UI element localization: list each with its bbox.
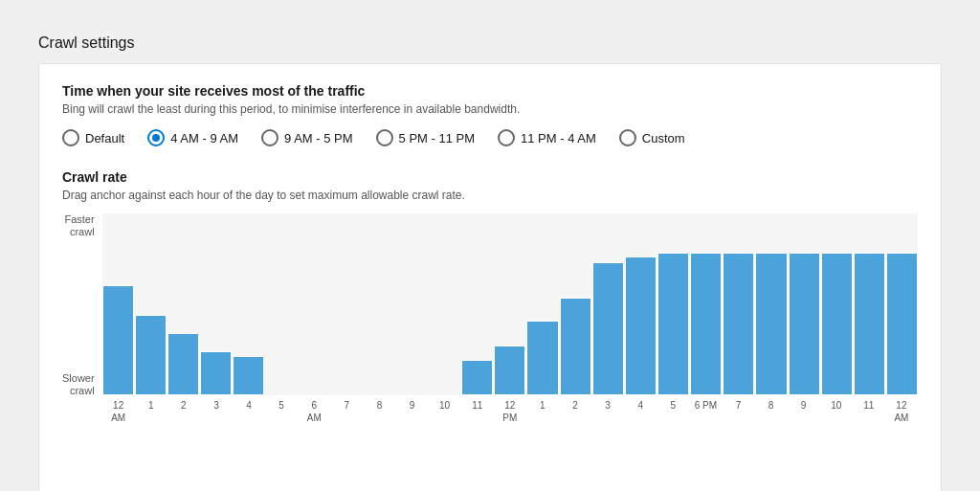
bar-column[interactable] <box>560 217 591 395</box>
bar-fill <box>102 285 134 395</box>
bar-column[interactable] <box>821 217 853 395</box>
x-label: 12AM <box>102 399 135 424</box>
y-label-top: Fastercrawl <box>62 213 95 238</box>
radio-circle-4am-9am <box>147 129 165 146</box>
radio-label-11pm-4am: 11 PM - 4 AM <box>521 131 596 145</box>
crawl-rate-desc: Drag anchor against each hour of the day… <box>62 189 918 202</box>
x-label: 4 <box>624 399 657 424</box>
radio-item-11pm-4am[interactable]: 11 PM - 4 AM <box>498 129 596 146</box>
radio-circle-default <box>62 129 79 146</box>
bar-fill <box>135 315 167 395</box>
x-label: 12PM <box>494 399 526 424</box>
bar-column[interactable] <box>494 217 525 395</box>
bar-column[interactable] <box>167 217 199 395</box>
bar-column[interactable] <box>723 217 754 395</box>
bars-area <box>102 213 918 395</box>
bar-column[interactable] <box>265 217 297 395</box>
x-label: 7 <box>330 399 363 424</box>
x-label: 2 <box>559 399 591 424</box>
x-label: 4 <box>233 399 265 424</box>
bar-fill <box>560 298 591 395</box>
radio-label-9am-5pm: 9 AM - 5 PM <box>284 131 353 145</box>
traffic-section-title: Time when your site receives most of the… <box>62 83 918 99</box>
x-label: 6 PM <box>689 399 722 424</box>
radio-item-5pm-11pm[interactable]: 5 PM - 11 PM <box>376 129 475 146</box>
bar-fill <box>886 253 918 395</box>
bar-column[interactable] <box>625 217 657 395</box>
bar-column[interactable] <box>690 217 722 395</box>
x-label: 3 <box>591 399 624 424</box>
bar-fill <box>200 351 232 396</box>
x-label: 8 <box>363 399 395 424</box>
chart-right: 12AM123456AM789101112PM123456 PM78910111… <box>102 213 918 424</box>
main-card: Time when your site receives most of the… <box>38 63 942 491</box>
bar-column[interactable] <box>364 217 395 395</box>
bar-fill <box>657 253 689 395</box>
radio-circle-custom <box>619 129 636 146</box>
radio-label-4am-9am: 4 AM - 9 AM <box>170 131 238 145</box>
x-label: 5 <box>265 399 298 424</box>
bar-fill <box>526 321 558 395</box>
bar-column[interactable] <box>233 217 264 395</box>
radio-label-5pm-11pm: 5 PM - 11 PM <box>399 131 475 145</box>
radio-circle-5pm-11pm <box>376 129 393 146</box>
y-axis: Fastercrawl Slowercrawl <box>62 213 95 424</box>
bar-fill <box>789 253 820 395</box>
x-label: 9 <box>395 399 428 424</box>
radio-group: Default4 AM - 9 AM9 AM - 5 PM5 PM - 11 P… <box>62 129 918 146</box>
x-label: 1 <box>526 399 559 424</box>
bar-column[interactable] <box>331 217 363 395</box>
bar-column[interactable] <box>102 217 134 395</box>
bar-column[interactable] <box>789 217 820 395</box>
page-container: Crawl settings Time when your site recei… <box>19 19 961 491</box>
bar-column[interactable] <box>396 217 428 395</box>
x-label: 9 <box>788 399 820 424</box>
bar-column[interactable] <box>298 217 329 395</box>
chart-container: Fastercrawl Slowercrawl 12AM123456AM7891… <box>62 213 918 424</box>
x-label: 3 <box>200 399 233 424</box>
bar-column[interactable] <box>657 217 689 395</box>
x-label: 11 <box>461 399 494 424</box>
bar-fill <box>723 253 754 395</box>
radio-item-4am-9am[interactable]: 4 AM - 9 AM <box>147 129 238 146</box>
radio-item-custom[interactable]: Custom <box>619 129 685 146</box>
traffic-section-desc: Bing will crawl the least during this pe… <box>62 102 918 116</box>
radio-circle-11pm-4am <box>498 129 515 146</box>
bar-column[interactable] <box>200 217 232 395</box>
radio-item-9am-5pm[interactable]: 9 AM - 5 PM <box>261 129 353 146</box>
bar-fill <box>854 253 885 395</box>
bar-column[interactable] <box>854 217 885 395</box>
bar-fill <box>755 253 787 395</box>
x-label: 10 <box>820 399 853 424</box>
x-label: 12AM <box>885 399 918 424</box>
bar-column[interactable] <box>592 217 624 395</box>
x-label: 10 <box>429 399 461 424</box>
bar-column[interactable] <box>461 217 493 395</box>
x-label: 5 <box>657 399 689 424</box>
bar-column[interactable] <box>135 217 167 395</box>
radio-item-default[interactable]: Default <box>62 129 124 146</box>
x-label: 11 <box>853 399 885 424</box>
x-label: 2 <box>167 399 200 424</box>
bar-fill <box>821 253 853 395</box>
bar-column[interactable] <box>526 217 558 395</box>
x-label: 1 <box>135 399 167 424</box>
page-title: Crawl settings <box>38 34 942 52</box>
bar-fill <box>167 333 199 395</box>
radio-circle-9am-5pm <box>261 129 278 146</box>
bar-fill <box>233 356 264 395</box>
crawl-rate-section: Crawl rate Drag anchor against each hour… <box>62 169 918 424</box>
crawl-rate-title: Crawl rate <box>62 169 918 185</box>
x-label: 8 <box>755 399 788 424</box>
x-label: 6AM <box>298 399 330 424</box>
x-label: 7 <box>722 399 754 424</box>
bar-column[interactable] <box>886 217 918 395</box>
y-label-bottom: Slowercrawl <box>62 372 95 397</box>
bar-fill <box>625 257 657 395</box>
x-axis: 12AM123456AM789101112PM123456 PM78910111… <box>102 395 918 424</box>
bar-column[interactable] <box>429 217 460 395</box>
radio-label-default: Default <box>85 131 124 145</box>
bar-fill <box>592 262 624 396</box>
bar-column[interactable] <box>755 217 787 395</box>
bar-fill <box>494 346 525 395</box>
